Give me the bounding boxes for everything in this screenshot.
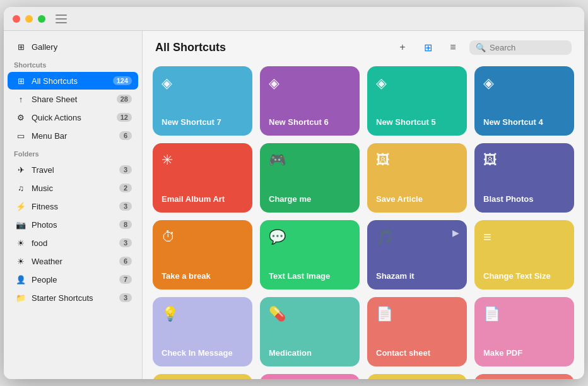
all-shortcuts-label: All Shortcuts — [32, 76, 108, 86]
photos-label: Photos — [32, 220, 114, 230]
add-button[interactable]: + — [394, 38, 411, 56]
shazam-it-extra-icon: ▶ — [452, 228, 459, 238]
sidebar-item-music[interactable]: ♫ Music 2 — [8, 179, 138, 197]
sidebar-item-all-shortcuts[interactable]: ⊞ All Shortcuts 124 — [8, 72, 138, 90]
titlebar — [4, 7, 584, 31]
fitness-label: Fitness — [32, 202, 114, 211]
maximize-button[interactable] — [38, 15, 45, 23]
shortcut-card-check-in-message[interactable]: 💡Check In Message — [153, 297, 252, 366]
contact-sheet-icon: 📄 — [376, 306, 458, 322]
travel-badge: 3 — [119, 165, 132, 174]
search-box: 🔍 — [469, 40, 572, 55]
new-shortcut-5-icon: ◈ — [376, 75, 458, 91]
music-icon: ♫ — [15, 182, 26, 194]
sidebar-toggle-button[interactable] — [56, 15, 67, 23]
share-sheet-icon: ↑ — [15, 93, 26, 105]
sidebar-item-gallery[interactable]: ⊞ Gallery — [8, 38, 138, 56]
save-article-icon: 🖼 — [376, 152, 458, 168]
email-album-art-icon: ✳ — [162, 152, 244, 168]
food-badge: 3 — [119, 238, 132, 247]
shortcut-card-change-text-size[interactable]: ≡Change Text Size — [474, 220, 574, 290]
shortcut-card-blast-photos[interactable]: 🖼Blast Photos — [474, 143, 574, 213]
sidebar-item-travel[interactable]: ✈ Travel 3 — [8, 161, 138, 178]
quick-actions-badge: 12 — [117, 113, 132, 122]
shortcut-card-make-pdf[interactable]: 📄Make PDF — [474, 297, 574, 366]
shortcut-card-shuffle-all-playlists[interactable]: ⇄Shuffle All The Playlists — [474, 374, 574, 379]
charge-me-label: Charge me — [269, 194, 351, 205]
shortcut-card-text-last-image[interactable]: 💬Text Last Image — [260, 220, 360, 290]
minimize-button[interactable] — [25, 15, 33, 23]
fitness-icon: ⚡ — [15, 201, 26, 212]
shortcut-card-new-shortcut-7[interactable]: ◈New Shortcut 7 — [153, 66, 252, 136]
shortcut-card-new-shortcut-6[interactable]: ◈New Shortcut 6 — [260, 66, 360, 136]
close-button[interactable] — [13, 15, 20, 23]
text-last-image-icon: 💬 — [269, 229, 351, 245]
save-article-label: Save Article — [376, 194, 458, 205]
weather-badge: 6 — [119, 257, 132, 266]
music-label: Music — [32, 184, 114, 193]
menu-bar-badge: 6 — [119, 131, 132, 140]
new-shortcut-4-label: New Shortcut 4 — [483, 117, 565, 128]
new-shortcut-6-icon: ◈ — [269, 75, 351, 91]
shortcut-card-word-of-the-day[interactable]: ☀Word of the Day — [367, 374, 467, 379]
sidebar-item-quick-actions[interactable]: ⚙ Quick Actions 12 — [8, 108, 138, 126]
sidebar: ⊞ Gallery Shortcuts ⊞ All Shortcuts 124 … — [4, 31, 143, 379]
shortcut-card-new-shortcut-5[interactable]: ◈New Shortcut 5 — [367, 66, 467, 136]
sidebar-item-share-sheet[interactable]: ↑ Share Sheet 28 — [8, 90, 138, 108]
shortcut-card-charge-me[interactable]: 🎮Charge me — [260, 143, 360, 213]
travel-icon: ✈ — [15, 164, 26, 175]
people-badge: 7 — [119, 275, 132, 284]
medication-label: Medication — [269, 348, 351, 359]
people-label: People — [32, 275, 114, 284]
take-a-break-label: Take a break — [162, 271, 244, 282]
share-sheet-label: Share Sheet — [32, 95, 112, 104]
charge-me-icon: 🎮 — [269, 152, 351, 168]
shazam-it-icon: 🎵 — [376, 229, 458, 245]
grid-view-button[interactable]: ⊞ — [419, 38, 437, 56]
shazam-it-label: Shazam it — [376, 271, 458, 282]
sidebar-item-weather[interactable]: ☀ Weather 6 — [8, 252, 138, 270]
content-area: ⊞ Gallery Shortcuts ⊞ All Shortcuts 124 … — [4, 31, 584, 379]
shortcut-card-shazam-it[interactable]: 🎵Shazam it▶ — [367, 220, 467, 290]
contact-sheet-label: Contact sheet — [376, 348, 458, 359]
shortcut-card-email-album-art[interactable]: ✳Email Album Art — [153, 143, 252, 213]
list-view-button[interactable]: ≡ — [444, 38, 462, 56]
new-shortcut-7-label: New Shortcut 7 — [162, 117, 244, 128]
shortcuts-section-label: Shortcuts — [4, 56, 142, 71]
new-shortcut-7-icon: ◈ — [162, 75, 244, 91]
weather-icon: ☀ — [15, 255, 26, 267]
make-pdf-label: Make PDF — [483, 348, 565, 359]
new-shortcut-5-label: New Shortcut 5 — [376, 117, 458, 128]
food-icon: ☀ — [15, 237, 26, 249]
gallery-icon: ⊞ — [15, 41, 26, 52]
shortcut-card-medication[interactable]: 💊Medication — [260, 297, 360, 366]
sidebar-item-people[interactable]: 👤 People 7 — [8, 271, 138, 288]
sidebar-item-fitness[interactable]: ⚡ Fitness 3 — [8, 197, 138, 215]
shortcut-card-new-shortcut-4[interactable]: ◈New Shortcut 4 — [474, 66, 574, 136]
main-content: All Shortcuts + ⊞ ≡ 🔍 ◈New Shortcut 7◈Ne… — [143, 31, 584, 379]
shortcut-card-contact-sheet[interactable]: 📄Contact sheet — [367, 297, 467, 366]
travel-label: Travel — [32, 165, 114, 175]
folders-section-label: Folders — [4, 145, 142, 160]
check-in-message-icon: 💡 — [162, 306, 244, 322]
photos-badge: 8 — [119, 220, 132, 229]
photos-icon: 📷 — [15, 219, 26, 230]
sidebar-item-photos[interactable]: 📷 Photos 8 — [8, 216, 138, 233]
medication-icon: 💊 — [269, 306, 351, 322]
menu-bar-icon: ▭ — [15, 130, 26, 141]
sidebar-item-food[interactable]: ☀ food 3 — [8, 234, 138, 252]
check-in-message-label: Check In Message — [162, 348, 244, 359]
search-input[interactable] — [490, 43, 565, 52]
shortcut-card-save-article[interactable]: 🖼Save Article — [367, 143, 467, 213]
main-header: All Shortcuts + ⊞ ≡ 🔍 — [143, 31, 584, 64]
sidebar-item-menu-bar[interactable]: ▭ Menu Bar 6 — [8, 127, 138, 144]
starter-icon: 📁 — [15, 292, 26, 303]
sidebar-item-starter-shortcuts[interactable]: 📁 Starter Shortcuts 3 — [8, 289, 138, 307]
shortcut-card-take-a-break[interactable]: ⏱Take a break — [153, 220, 252, 290]
shortcut-card-save-article-mac[interactable]: 📰Save Article Mac — [153, 374, 252, 379]
all-shortcuts-icon: ⊞ — [15, 75, 26, 86]
app-window: ⊞ Gallery Shortcuts ⊞ All Shortcuts 124 … — [4, 7, 584, 379]
shortcut-card-clean-up[interactable]: ✂Clean Up — [260, 374, 360, 379]
new-shortcut-6-label: New Shortcut 6 — [269, 117, 351, 128]
fitness-badge: 3 — [119, 202, 132, 211]
